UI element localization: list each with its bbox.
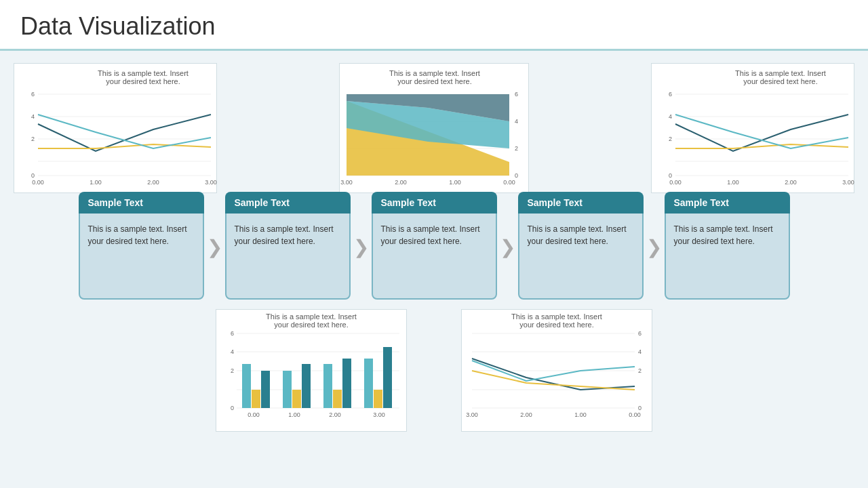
svg-rect-62: [242, 364, 251, 408]
process-card-4-header: Sample Text: [518, 192, 644, 214]
svg-text:0.00: 0.00: [248, 411, 260, 418]
svg-rect-64: [261, 371, 270, 408]
svg-text:This is a sample text. Insert: This is a sample text. Insert: [389, 69, 480, 77]
arrow-4: ❯: [646, 236, 662, 258]
svg-text:4: 4: [231, 348, 234, 355]
svg-text:3.00: 3.00: [205, 179, 217, 186]
header: Data Visualization: [0, 0, 868, 51]
svg-text:2: 2: [31, 136, 35, 142]
svg-text:4: 4: [669, 113, 672, 120]
process-card-1: Sample Text This is a sample text. Inser…: [79, 201, 204, 300]
process-card-4: Sample Text This is a sample text. Inser…: [518, 201, 644, 300]
svg-text:2.00: 2.00: [785, 179, 797, 186]
svg-text:6: 6: [31, 91, 35, 98]
svg-text:0.00: 0.00: [629, 411, 641, 418]
svg-text:3.00: 3.00: [842, 179, 854, 186]
top-center-chart-svg: This is a sample text. Insert your desir…: [340, 64, 530, 192]
svg-text:This is a sample text. Insert: This is a sample text. Insert: [511, 312, 602, 321]
svg-text:1.00: 1.00: [288, 411, 300, 418]
svg-text:2.00: 2.00: [329, 411, 341, 418]
svg-text:6: 6: [638, 330, 642, 337]
top-left-chart-svg: This is a sample text. Insert your desir…: [14, 64, 218, 192]
svg-text:0: 0: [638, 405, 642, 411]
svg-text:4: 4: [638, 348, 642, 355]
top-center-chart: This is a sample text. Insert your desir…: [339, 63, 529, 193]
svg-text:0.00: 0.00: [32, 179, 44, 186]
process-card-5-header: Sample Text: [665, 192, 790, 214]
svg-rect-73: [383, 347, 392, 408]
process-card-2-header: Sample Text: [225, 192, 351, 214]
bottom-charts-row: This is a sample text. Insert your desir…: [14, 309, 854, 432]
process-card-3-header: Sample Text: [372, 192, 497, 214]
svg-text:0: 0: [231, 405, 234, 411]
svg-text:2: 2: [231, 367, 234, 374]
bottom-left-chart-svg: This is a sample text. Insert your desir…: [216, 310, 406, 428]
svg-text:This is a sample text. Insert: This is a sample text. Insert: [98, 69, 189, 77]
process-flow-row: Sample Text This is a sample text. Inser…: [14, 201, 854, 300]
svg-text:your desired text here.: your desired text here.: [519, 321, 593, 329]
bottom-left-chart: This is a sample text. Insert your desir…: [216, 309, 407, 432]
top-left-chart: This is a sample text. Insert your desir…: [14, 63, 217, 193]
arrow-3: ❯: [500, 236, 515, 258]
svg-text:2.00: 2.00: [147, 179, 159, 186]
svg-text:4: 4: [515, 118, 518, 125]
top-right-chart: This is a sample text. Insert your desir…: [651, 63, 854, 193]
svg-rect-67: [302, 364, 311, 408]
svg-text:1.00: 1.00: [727, 179, 739, 186]
svg-rect-63: [252, 390, 260, 408]
svg-rect-70: [342, 359, 351, 408]
svg-text:0.00: 0.00: [503, 179, 515, 186]
svg-text:This is a sample text. Insert: This is a sample text. Insert: [266, 312, 357, 321]
svg-text:1.00: 1.00: [90, 179, 102, 186]
svg-rect-65: [283, 371, 292, 408]
svg-rect-72: [374, 390, 382, 408]
page: Data Visualization This is a sample text…: [0, 0, 868, 488]
svg-text:2.00: 2.00: [520, 411, 532, 418]
process-card-3: Sample Text This is a sample text. Inser…: [372, 201, 497, 300]
svg-text:2: 2: [638, 367, 642, 374]
svg-rect-66: [292, 390, 301, 408]
svg-rect-68: [323, 364, 332, 408]
process-card-1-header: Sample Text: [79, 192, 204, 214]
svg-text:0.00: 0.00: [669, 179, 682, 186]
svg-text:2: 2: [515, 145, 518, 152]
svg-text:0: 0: [669, 172, 672, 179]
main-content: This is a sample text. Insert your desir…: [0, 51, 868, 439]
svg-text:1.00: 1.00: [449, 179, 461, 186]
svg-text:your desired text here.: your desired text here.: [274, 321, 348, 329]
svg-text:2: 2: [669, 136, 672, 142]
svg-rect-69: [333, 390, 342, 408]
page-title: Data Visualization: [20, 12, 848, 41]
svg-text:your desired text here.: your desired text here.: [106, 77, 180, 85]
svg-text:0: 0: [31, 172, 35, 179]
svg-text:4: 4: [31, 113, 35, 120]
arrow-1: ❯: [207, 236, 222, 258]
top-right-chart-svg: This is a sample text. Insert your desir…: [652, 64, 855, 192]
bottom-right-chart: This is a sample text. Insert your desir…: [461, 309, 652, 432]
bottom-right-chart-svg: This is a sample text. Insert your desir…: [462, 310, 652, 428]
top-charts-row: This is a sample text. Insert your desir…: [14, 63, 854, 193]
svg-text:3.00: 3.00: [466, 411, 478, 418]
svg-text:This is a sample text. Insert: This is a sample text. Insert: [735, 69, 826, 77]
process-card-5: Sample Text This is a sample text. Inser…: [665, 201, 790, 300]
svg-text:your desired text here.: your desired text here.: [397, 77, 471, 85]
svg-text:your desired text here.: your desired text here.: [743, 77, 817, 85]
svg-rect-71: [364, 359, 373, 408]
svg-text:3.00: 3.00: [340, 179, 353, 186]
arrow-2: ❯: [353, 236, 369, 258]
svg-text:6: 6: [515, 91, 518, 98]
svg-text:6: 6: [669, 91, 672, 98]
svg-text:1.00: 1.00: [574, 411, 587, 418]
svg-text:0: 0: [515, 172, 518, 179]
svg-text:6: 6: [231, 330, 234, 337]
process-card-2: Sample Text This is a sample text. Inser…: [225, 201, 351, 300]
svg-text:3.00: 3.00: [373, 411, 385, 418]
svg-text:2.00: 2.00: [395, 179, 407, 186]
